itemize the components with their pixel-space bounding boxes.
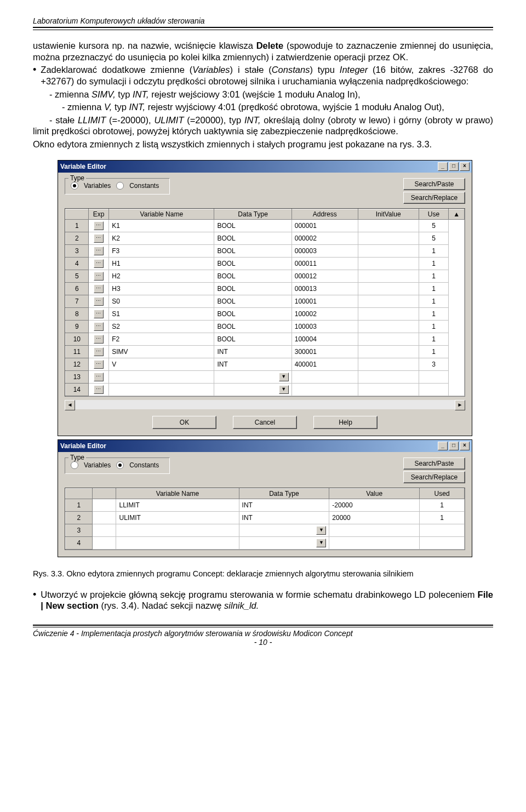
cell-address[interactable]: 100004	[291, 333, 358, 345]
cell-type[interactable]: ▼	[214, 370, 291, 383]
cell-value[interactable]	[329, 524, 420, 536]
cell-address[interactable]	[291, 370, 358, 383]
search-replace-button-2[interactable]: Search/Replace	[403, 471, 465, 483]
radio-variables-1[interactable]	[71, 182, 78, 190]
table-row[interactable]: 8⋯S1BOOL1000021	[66, 307, 465, 320]
cell-name[interactable]	[109, 370, 214, 383]
cell-initvalue[interactable]	[358, 320, 419, 333]
table-row[interactable]: 10⋯F2BOOL1000041	[66, 333, 465, 345]
ok-button[interactable]: OK	[152, 416, 216, 429]
cell-name[interactable]: H2	[109, 270, 214, 282]
cell-name[interactable]	[116, 524, 239, 536]
scroll-left-icon[interactable]: ◄	[65, 400, 75, 410]
cell-type[interactable]: BOOL	[214, 282, 291, 295]
cell-initvalue[interactable]	[358, 333, 419, 345]
cell-initvalue[interactable]	[358, 383, 419, 396]
cell-type[interactable]: BOOL	[214, 257, 291, 270]
scrollbar-h-1[interactable]: ◄ ►	[65, 400, 465, 409]
cell-name[interactable]: SIMV	[109, 345, 214, 358]
table-row[interactable]: 2ULIMITINT200001	[66, 511, 465, 524]
expand-button[interactable]: ⋯	[88, 244, 109, 257]
cell-type[interactable]: BOOL	[214, 320, 291, 333]
search-paste-button-1[interactable]: Search/Paste	[403, 178, 465, 190]
table-row[interactable]: 1LLIMITINT-200001	[66, 499, 465, 511]
cell-initvalue[interactable]	[358, 295, 419, 307]
cell-name[interactable]	[109, 383, 214, 396]
maximize-icon[interactable]: □	[449, 162, 459, 171]
cell-name[interactable]	[116, 536, 239, 549]
cell-address[interactable]: 300001	[291, 345, 358, 358]
minimize-icon-2[interactable]: _	[438, 442, 448, 450]
cell-address[interactable]	[291, 383, 358, 396]
cell-address[interactable]: 000001	[291, 219, 358, 232]
expand-button[interactable]: ⋯	[88, 282, 109, 295]
cell-initvalue[interactable]	[358, 244, 419, 257]
minimize-icon[interactable]: _	[438, 162, 448, 171]
search-replace-button-1[interactable]: Search/Replace	[403, 192, 465, 204]
expand-button[interactable]: ⋯	[88, 257, 109, 270]
cell-initvalue[interactable]	[358, 270, 419, 282]
scroll-right-icon[interactable]: ►	[455, 400, 465, 410]
table-row[interactable]: 11⋯SIMVINT3000011	[66, 345, 465, 358]
cell-type[interactable]: ▼	[214, 383, 291, 396]
expand-button[interactable]: ⋯	[88, 345, 109, 358]
cell-address[interactable]: 400001	[291, 358, 358, 370]
cell-name[interactable]: V	[109, 358, 214, 370]
expand-button[interactable]: ⋯	[88, 219, 109, 232]
close-icon-2[interactable]: ×	[460, 442, 470, 450]
cell-type[interactable]: BOOL	[214, 270, 291, 282]
cell-value[interactable]	[329, 536, 420, 549]
table-row[interactable]: 14⋯▼	[66, 383, 465, 396]
close-icon[interactable]: ×	[460, 162, 470, 171]
cancel-button[interactable]: Cancel	[233, 416, 297, 429]
radio-constants-1[interactable]	[116, 182, 124, 190]
cell-initvalue[interactable]	[358, 257, 419, 270]
cell-type[interactable]: ▼	[239, 524, 329, 536]
cell-address[interactable]: 100003	[291, 320, 358, 333]
cell-address[interactable]: 100001	[291, 295, 358, 307]
cell-type[interactable]: INT	[239, 499, 329, 511]
cell-name[interactable]: LLIMIT	[116, 499, 239, 511]
scrollbar-v[interactable]	[449, 219, 465, 396]
cell-type[interactable]: BOOL	[214, 333, 291, 345]
cell-initvalue[interactable]	[358, 358, 419, 370]
scroll-track[interactable]	[75, 400, 455, 409]
table-row[interactable]: 1⋯K1BOOL0000015	[66, 219, 465, 232]
cell-address[interactable]: 000002	[291, 232, 358, 244]
cell-type[interactable]: INT	[239, 511, 329, 524]
table-row[interactable]: 4▼	[66, 536, 465, 549]
cell-initvalue[interactable]	[358, 282, 419, 295]
cell-type[interactable]: BOOL	[214, 307, 291, 320]
maximize-icon-2[interactable]: □	[449, 442, 459, 450]
cell-type[interactable]: BOOL	[214, 244, 291, 257]
cell-address[interactable]: 000012	[291, 270, 358, 282]
cell-type[interactable]: INT	[214, 358, 291, 370]
cell-type[interactable]: BOOL	[214, 219, 291, 232]
cell-type[interactable]: BOOL	[214, 295, 291, 307]
cell-type[interactable]: INT	[214, 345, 291, 358]
cell-initvalue[interactable]	[358, 370, 419, 383]
table-row[interactable]: 4⋯H1BOOL0000111	[66, 257, 465, 270]
expand-button[interactable]: ⋯	[88, 383, 109, 396]
expand-button[interactable]: ⋯	[88, 232, 109, 244]
cell-name[interactable]: S2	[109, 320, 214, 333]
table-row[interactable]: 12⋯VINT4000013	[66, 358, 465, 370]
cell-initvalue[interactable]	[358, 219, 419, 232]
table-row[interactable]: 7⋯S0BOOL1000011	[66, 295, 465, 307]
expand-button[interactable]: ⋯	[88, 333, 109, 345]
cell-name[interactable]: F2	[109, 333, 214, 345]
table-row[interactable]: 3▼	[66, 524, 465, 536]
radio-variables-2[interactable]	[71, 461, 78, 469]
cell-address[interactable]: 000011	[291, 257, 358, 270]
table-row[interactable]: 6⋯H3BOOL0000131	[66, 282, 465, 295]
cell-name[interactable]: K2	[109, 232, 214, 244]
cell-name[interactable]: S1	[109, 307, 214, 320]
table-row[interactable]: 13⋯▼	[66, 370, 465, 383]
table-row[interactable]: 5⋯H2BOOL0000121	[66, 270, 465, 282]
table-row[interactable]: 2⋯K2BOOL0000025	[66, 232, 465, 244]
table-row[interactable]: 3⋯F3BOOL0000031	[66, 244, 465, 257]
cell-address[interactable]: 100002	[291, 307, 358, 320]
cell-name[interactable]: K1	[109, 219, 214, 232]
radio-constants-2[interactable]	[116, 461, 124, 469]
cell-value[interactable]: -20000	[329, 499, 420, 511]
